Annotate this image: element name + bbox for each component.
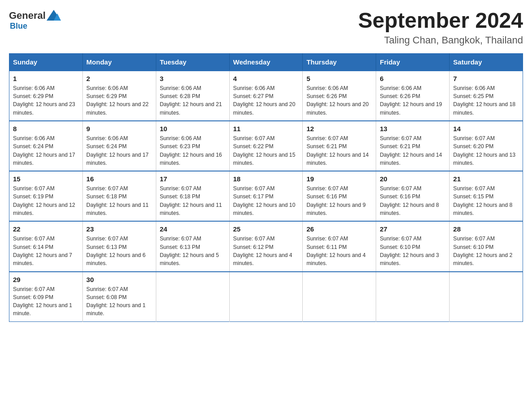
table-row: 25Sunrise: 6:07 AMSunset: 6:12 PMDayligh…	[229, 221, 303, 271]
table-row: 3Sunrise: 6:06 AMSunset: 6:28 PMDaylight…	[156, 71, 229, 121]
day-info: Sunrise: 6:07 AMSunset: 6:22 PMDaylight:…	[233, 134, 299, 167]
table-row: 20Sunrise: 6:07 AMSunset: 6:16 PMDayligh…	[376, 171, 450, 221]
table-row	[376, 272, 450, 322]
table-row: 24Sunrise: 6:07 AMSunset: 6:13 PMDayligh…	[156, 221, 229, 271]
table-row: 13Sunrise: 6:07 AMSunset: 6:21 PMDayligh…	[376, 121, 450, 171]
table-row: 28Sunrise: 6:07 AMSunset: 6:10 PMDayligh…	[450, 221, 523, 271]
table-row: 4Sunrise: 6:06 AMSunset: 6:27 PMDaylight…	[229, 71, 303, 121]
calendar-table: Sunday Monday Tuesday Wednesday Thursday…	[9, 53, 523, 322]
day-number: 18	[233, 175, 299, 183]
day-info: Sunrise: 6:06 AMSunset: 6:27 PMDaylight:…	[233, 84, 299, 117]
page-subtitle: Taling Chan, Bangkok, Thailand	[358, 34, 523, 46]
table-row: 29Sunrise: 6:07 AMSunset: 6:09 PMDayligh…	[9, 272, 83, 322]
table-row: 10Sunrise: 6:06 AMSunset: 6:23 PMDayligh…	[156, 121, 229, 171]
day-info: Sunrise: 6:07 AMSunset: 6:21 PMDaylight:…	[380, 134, 446, 167]
table-row	[450, 272, 523, 322]
day-number: 7	[453, 75, 519, 82]
table-row: 21Sunrise: 6:07 AMSunset: 6:15 PMDayligh…	[450, 171, 523, 221]
page-header: General Blue September 2024 Taling Chan,…	[9, 9, 523, 46]
header-thursday: Thursday	[303, 53, 376, 71]
header-saturday: Saturday	[450, 53, 523, 71]
day-info: Sunrise: 6:06 AMSunset: 6:25 PMDaylight:…	[453, 84, 519, 117]
day-info: Sunrise: 6:06 AMSunset: 6:28 PMDaylight:…	[160, 84, 226, 117]
day-number: 9	[86, 125, 152, 133]
day-info: Sunrise: 6:07 AMSunset: 6:12 PMDaylight:…	[233, 235, 299, 267]
table-row: 17Sunrise: 6:07 AMSunset: 6:18 PMDayligh…	[156, 171, 229, 221]
header-sunday: Sunday	[9, 53, 83, 71]
table-row: 12Sunrise: 6:07 AMSunset: 6:21 PMDayligh…	[303, 121, 376, 171]
day-info: Sunrise: 6:07 AMSunset: 6:16 PMDaylight:…	[380, 184, 446, 217]
day-number: 15	[13, 175, 79, 183]
table-row: 23Sunrise: 6:07 AMSunset: 6:13 PMDayligh…	[82, 221, 156, 271]
day-info: Sunrise: 6:07 AMSunset: 6:18 PMDaylight:…	[160, 184, 226, 217]
calendar-week-2: 8Sunrise: 6:06 AMSunset: 6:24 PMDaylight…	[9, 121, 523, 171]
table-row: 2Sunrise: 6:06 AMSunset: 6:29 PMDaylight…	[82, 71, 156, 121]
day-info: Sunrise: 6:06 AMSunset: 6:24 PMDaylight:…	[13, 134, 79, 167]
table-row: 6Sunrise: 6:06 AMSunset: 6:26 PMDaylight…	[376, 71, 450, 121]
table-row: 11Sunrise: 6:07 AMSunset: 6:22 PMDayligh…	[229, 121, 303, 171]
day-info: Sunrise: 6:07 AMSunset: 6:18 PMDaylight:…	[86, 184, 152, 217]
day-number: 22	[13, 225, 79, 233]
day-info: Sunrise: 6:07 AMSunset: 6:10 PMDaylight:…	[380, 235, 446, 267]
day-info: Sunrise: 6:06 AMSunset: 6:29 PMDaylight:…	[13, 84, 79, 117]
table-row	[156, 272, 229, 322]
day-number: 16	[86, 175, 152, 183]
table-row: 15Sunrise: 6:07 AMSunset: 6:19 PMDayligh…	[9, 171, 83, 221]
day-number: 19	[306, 175, 372, 183]
table-row: 19Sunrise: 6:07 AMSunset: 6:16 PMDayligh…	[303, 171, 376, 221]
day-info: Sunrise: 6:07 AMSunset: 6:10 PMDaylight:…	[453, 235, 519, 267]
day-number: 17	[160, 175, 226, 183]
logo: General Blue	[9, 9, 62, 31]
header-wednesday: Wednesday	[229, 53, 303, 71]
day-number: 11	[233, 125, 299, 133]
day-info: Sunrise: 6:07 AMSunset: 6:16 PMDaylight:…	[306, 184, 372, 217]
table-row: 8Sunrise: 6:06 AMSunset: 6:24 PMDaylight…	[9, 121, 83, 171]
day-number: 3	[160, 75, 226, 82]
day-info: Sunrise: 6:07 AMSunset: 6:13 PMDaylight:…	[160, 235, 226, 267]
day-number: 10	[160, 125, 226, 133]
day-number: 14	[453, 125, 519, 133]
title-block: September 2024 Taling Chan, Bangkok, Tha…	[358, 9, 523, 46]
day-number: 27	[380, 225, 446, 233]
page-title: September 2024	[358, 9, 523, 33]
table-row: 22Sunrise: 6:07 AMSunset: 6:14 PMDayligh…	[9, 221, 83, 271]
day-info: Sunrise: 6:07 AMSunset: 6:13 PMDaylight:…	[86, 235, 152, 267]
table-row: 7Sunrise: 6:06 AMSunset: 6:25 PMDaylight…	[450, 71, 523, 121]
table-row: 1Sunrise: 6:06 AMSunset: 6:29 PMDaylight…	[9, 71, 83, 121]
day-number: 28	[453, 225, 519, 233]
table-row: 27Sunrise: 6:07 AMSunset: 6:10 PMDayligh…	[376, 221, 450, 271]
table-row: 30Sunrise: 6:07 AMSunset: 6:08 PMDayligh…	[82, 272, 156, 322]
day-number: 30	[86, 276, 152, 283]
calendar-header-row: Sunday Monday Tuesday Wednesday Thursday…	[9, 53, 523, 71]
day-number: 25	[233, 225, 299, 233]
day-number: 24	[160, 225, 226, 233]
header-monday: Monday	[82, 53, 156, 71]
day-info: Sunrise: 6:06 AMSunset: 6:23 PMDaylight:…	[160, 134, 226, 167]
day-number: 21	[453, 175, 519, 183]
table-row: 18Sunrise: 6:07 AMSunset: 6:17 PMDayligh…	[229, 171, 303, 221]
calendar-week-5: 29Sunrise: 6:07 AMSunset: 6:09 PMDayligh…	[9, 272, 523, 322]
day-info: Sunrise: 6:07 AMSunset: 6:09 PMDaylight:…	[13, 285, 79, 318]
day-info: Sunrise: 6:06 AMSunset: 6:24 PMDaylight:…	[86, 134, 152, 167]
table-row: 26Sunrise: 6:07 AMSunset: 6:11 PMDayligh…	[303, 221, 376, 271]
day-number: 12	[306, 125, 372, 133]
day-info: Sunrise: 6:07 AMSunset: 6:08 PMDaylight:…	[86, 285, 152, 318]
table-row: 16Sunrise: 6:07 AMSunset: 6:18 PMDayligh…	[82, 171, 156, 221]
logo-blue-text: Blue	[10, 21, 27, 31]
day-info: Sunrise: 6:06 AMSunset: 6:29 PMDaylight:…	[86, 84, 152, 117]
day-number: 5	[306, 75, 372, 82]
day-info: Sunrise: 6:07 AMSunset: 6:21 PMDaylight:…	[306, 134, 372, 167]
day-number: 26	[306, 225, 372, 233]
day-info: Sunrise: 6:07 AMSunset: 6:11 PMDaylight:…	[306, 235, 372, 267]
calendar-week-3: 15Sunrise: 6:07 AMSunset: 6:19 PMDayligh…	[9, 171, 523, 221]
header-friday: Friday	[376, 53, 450, 71]
logo-icon	[46, 9, 62, 22]
day-number: 8	[13, 125, 79, 133]
header-tuesday: Tuesday	[156, 53, 229, 71]
logo-general-text: General	[9, 10, 46, 21]
calendar-week-1: 1Sunrise: 6:06 AMSunset: 6:29 PMDaylight…	[9, 71, 523, 121]
day-info: Sunrise: 6:06 AMSunset: 6:26 PMDaylight:…	[306, 84, 372, 117]
day-info: Sunrise: 6:07 AMSunset: 6:14 PMDaylight:…	[13, 235, 79, 267]
day-info: Sunrise: 6:06 AMSunset: 6:26 PMDaylight:…	[380, 84, 446, 117]
day-number: 29	[13, 276, 79, 283]
